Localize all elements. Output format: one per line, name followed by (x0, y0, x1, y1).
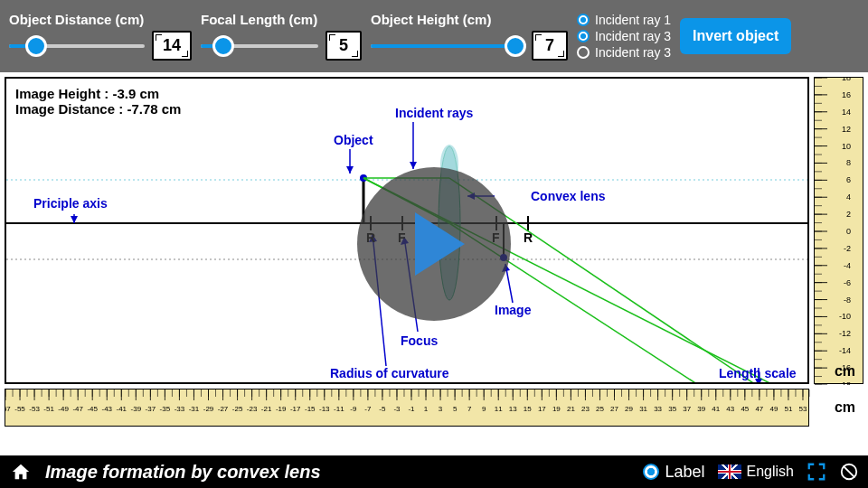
svg-text:-9: -9 (350, 405, 357, 413)
svg-text:21: 21 (567, 405, 575, 413)
svg-text:16: 16 (842, 90, 851, 99)
label-length-scale: Length scale (719, 366, 797, 380)
svg-text:6: 6 (846, 175, 851, 184)
play-button[interactable] (357, 167, 511, 321)
svg-marker-21 (71, 216, 78, 223)
svg-text:14: 14 (842, 108, 851, 117)
svg-text:-15: -15 (305, 405, 316, 413)
svg-text:-39: -39 (131, 405, 142, 413)
radio-off-icon (577, 46, 590, 59)
uk-flag-icon (718, 465, 741, 479)
invert-object-button[interactable]: Invert object (680, 18, 791, 53)
svg-text:-3: -3 (393, 405, 401, 413)
svg-text:8: 8 (846, 158, 851, 167)
svg-text:7: 7 (467, 405, 472, 413)
svg-text:-43: -43 (101, 405, 112, 413)
incident-ray-2-toggle[interactable]: Incident ray 3 (577, 29, 671, 43)
svg-text:15: 15 (524, 405, 532, 413)
label-principle-axis: Priciple axis (33, 196, 108, 211)
svg-text:39: 39 (697, 405, 705, 413)
svg-text:-25: -25 (232, 405, 243, 413)
language-selector[interactable]: English (718, 464, 794, 480)
vertical-ruler[interactable]: -18-16-14-12-10-8-6-4-2024681012141618 (814, 77, 863, 384)
svg-text:-19: -19 (276, 405, 287, 413)
svg-text:-33: -33 (175, 405, 185, 413)
svg-text:-21: -21 (261, 405, 272, 413)
svg-text:-8: -8 (844, 296, 851, 305)
svg-text:35: 35 (668, 405, 676, 413)
svg-text:49: 49 (769, 405, 778, 413)
svg-text:31: 31 (639, 405, 647, 413)
bottom-bar: Image formation by convex lens Label Eng… (0, 455, 868, 488)
svg-text:13: 13 (509, 405, 517, 413)
svg-text:-17: -17 (290, 405, 301, 413)
svg-text:-1: -1 (408, 405, 415, 413)
svg-line-334 (844, 466, 855, 478)
top-controls: Object Distance (cm) 14 Focal Length (cm… (0, 0, 868, 72)
svg-text:5: 5 (453, 405, 458, 413)
svg-text:3: 3 (439, 405, 443, 413)
incident-ray-3-toggle[interactable]: Incident ray 3 (577, 45, 671, 60)
hruler-unit: cm (835, 399, 855, 416)
svg-text:-13: -13 (319, 405, 330, 413)
svg-marker-25 (346, 166, 354, 174)
svg-text:33: 33 (654, 405, 662, 413)
svg-text:-12: -12 (839, 329, 851, 338)
svg-text:-2: -2 (844, 244, 851, 253)
svg-text:-47: -47 (72, 405, 83, 413)
svg-text:-4: -4 (844, 261, 851, 270)
svg-text:11: 11 (495, 405, 503, 413)
svg-text:-57: -57 (5, 405, 11, 413)
svg-text:1: 1 (424, 405, 429, 413)
object-height-label: Object Height (cm) (371, 12, 568, 27)
focal-length-slider[interactable] (201, 37, 318, 55)
radio-on-icon (577, 14, 590, 26)
svg-text:-45: -45 (87, 405, 98, 413)
incident-ray-1-toggle[interactable]: Incident ray 1 (577, 13, 671, 27)
svg-text:9: 9 (482, 405, 486, 413)
object-distance-control: Object Distance (cm) 14 (9, 12, 192, 61)
svg-text:-55: -55 (14, 405, 25, 413)
object-distance-value[interactable]: 14 (152, 31, 192, 61)
svg-text:-11: -11 (334, 405, 344, 413)
svg-text:23: 23 (581, 405, 590, 413)
svg-text:4: 4 (846, 192, 851, 202)
label-R-right: R (524, 230, 533, 245)
svg-marker-23 (410, 162, 417, 169)
horizontal-ruler[interactable]: -57-55-53-51-49-47-45-43-41-39-37-35-33-… (5, 389, 809, 427)
svg-text:27: 27 (610, 405, 618, 413)
object-height-slider[interactable] (371, 37, 524, 55)
object-height-control: Object Height (cm) 7 (371, 12, 568, 61)
svg-text:-18: -18 (839, 380, 851, 385)
svg-text:0: 0 (846, 227, 851, 236)
focal-length-label: Focal Length (cm) (201, 12, 362, 27)
svg-text:-35: -35 (160, 405, 171, 413)
svg-text:-53: -53 (29, 405, 40, 413)
svg-text:-29: -29 (203, 405, 214, 413)
object-distance-slider[interactable] (9, 37, 145, 55)
svg-text:2: 2 (846, 210, 851, 219)
radio-on-icon (643, 464, 659, 480)
svg-text:18: 18 (842, 78, 851, 82)
svg-text:17: 17 (538, 405, 546, 413)
svg-text:-37: -37 (146, 405, 156, 413)
svg-text:43: 43 (726, 405, 734, 413)
label-toggle[interactable]: Label (643, 463, 704, 482)
fullscreen-icon[interactable] (807, 462, 826, 482)
svg-text:-31: -31 (189, 405, 200, 413)
svg-text:-27: -27 (218, 405, 229, 413)
label-convex-lens: Convex lens (531, 189, 605, 203)
svg-text:-10: -10 (839, 312, 851, 321)
svg-text:51: 51 (784, 405, 792, 413)
home-icon[interactable] (9, 462, 33, 482)
vruler-unit: cm (835, 363, 855, 380)
ray-toggles: Incident ray 1 Incident ray 3 Incident r… (577, 13, 671, 60)
svg-text:-49: -49 (58, 405, 69, 413)
reset-icon[interactable] (839, 462, 859, 482)
object-height-value[interactable]: 7 (532, 31, 568, 61)
focal-length-value[interactable]: 5 (326, 31, 362, 61)
svg-text:12: 12 (842, 125, 851, 134)
svg-text:37: 37 (683, 405, 691, 413)
svg-text:53: 53 (799, 405, 807, 413)
label-incident-rays: Incident rays (395, 106, 473, 120)
